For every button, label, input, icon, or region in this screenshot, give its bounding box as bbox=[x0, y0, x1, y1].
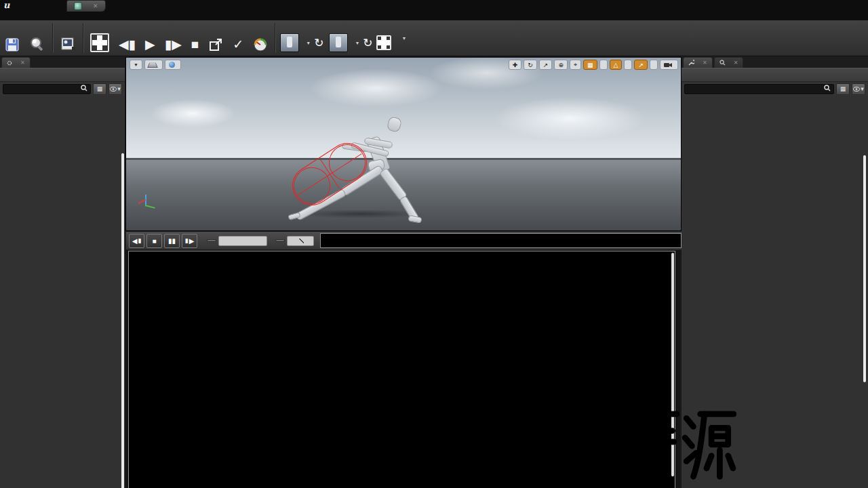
stop-button[interactable]: ■ bbox=[186, 20, 203, 56]
unreal-logo-icon: u bbox=[3, 0, 9, 10]
viewport-sky bbox=[126, 58, 681, 159]
show-cost-button[interactable] bbox=[248, 20, 273, 56]
tab-editor-settings[interactable]: ✕ bbox=[714, 57, 744, 68]
search-icon bbox=[824, 85, 831, 93]
stop-icon: ■ bbox=[191, 33, 199, 52]
task-properties-panel: ✕ ✕ ▦ ▾ bbox=[682, 57, 868, 488]
panel-title bbox=[0, 68, 125, 82]
translate-tool-button[interactable]: ✚ bbox=[509, 60, 522, 70]
close-icon[interactable]: ✕ bbox=[734, 60, 738, 66]
eye-icon bbox=[110, 87, 117, 92]
browse-button[interactable] bbox=[24, 20, 50, 56]
perspective-icon bbox=[147, 63, 158, 68]
add-task-button[interactable] bbox=[85, 20, 114, 56]
step-forward-button[interactable]: ▮▶ bbox=[182, 234, 197, 248]
browse-icon bbox=[29, 33, 45, 52]
view-options-button[interactable]: ▾ bbox=[852, 83, 865, 95]
transport-bar: ◀▮ ■ ▮▮ ▮▶ bbox=[125, 231, 686, 250]
scale-snap-button[interactable]: ↗ bbox=[634, 60, 648, 70]
rotate-tool-button[interactable]: ↻ bbox=[524, 60, 537, 70]
close-icon[interactable]: ✕ bbox=[703, 60, 707, 66]
angle-snap-button[interactable]: △ bbox=[610, 60, 623, 70]
center-area: ▼ ✚ ↻ ↗ ⊕ ⌖ ▦ △ ↗ ◀▮ ■ ▮▮ ▮▶ bbox=[125, 57, 680, 488]
ability-properties-panel: ✕ ▦ ▾ bbox=[0, 57, 125, 488]
save-button[interactable] bbox=[0, 20, 24, 56]
right-panel-scrollbar[interactable] bbox=[863, 155, 866, 382]
preview-asset-group: ▼ ↻ bbox=[277, 20, 326, 56]
eye-icon bbox=[853, 87, 861, 92]
show-cost-icon bbox=[253, 33, 268, 52]
validate-icon: ✓ bbox=[233, 33, 243, 52]
add-target-icon[interactable] bbox=[376, 35, 391, 50]
capture-thumbnail-icon bbox=[60, 33, 76, 52]
add-task-icon bbox=[90, 33, 109, 52]
ability-asset-icon bbox=[74, 2, 82, 10]
timeline-ruler[interactable] bbox=[320, 233, 682, 248]
chevron-down-icon: ▼ bbox=[355, 41, 359, 45]
time-value[interactable] bbox=[218, 236, 267, 246]
parent-class bbox=[860, 2, 863, 9]
resize-button[interactable] bbox=[203, 20, 228, 56]
left-panel-scrollbar[interactable] bbox=[121, 153, 124, 488]
viewport[interactable]: ▼ ✚ ↻ ↗ ⊕ ⌖ ▦ △ ↗ bbox=[125, 57, 682, 231]
preview-asset-thumbnail[interactable] bbox=[280, 33, 299, 52]
axis-gizmo-icon bbox=[138, 192, 159, 212]
frame-label bbox=[275, 239, 285, 242]
wrench-icon bbox=[688, 60, 694, 66]
title-bar: u ✕ bbox=[0, 0, 868, 12]
play-button[interactable]: ▶ bbox=[140, 20, 160, 56]
search-input[interactable] bbox=[684, 84, 834, 94]
camera-icon bbox=[664, 62, 672, 68]
tab-task-properties[interactable]: ✕ bbox=[683, 57, 713, 68]
time-label bbox=[207, 239, 216, 242]
search-input[interactable] bbox=[3, 84, 91, 94]
perspective-button[interactable] bbox=[144, 60, 163, 70]
world-local-button[interactable]: ⊕ bbox=[554, 60, 568, 70]
details-grid-button[interactable]: ▦ bbox=[93, 83, 106, 95]
stop-playback-button[interactable]: ■ bbox=[146, 234, 162, 248]
grid-snap-value[interactable] bbox=[599, 60, 608, 70]
play-icon: ▶ bbox=[145, 33, 155, 52]
view-options-button[interactable]: ▾ bbox=[108, 83, 122, 95]
tab-ability-properties[interactable]: ✕ bbox=[1, 57, 31, 68]
close-icon[interactable]: ✕ bbox=[20, 60, 25, 66]
backward-step-icon: ◀▮ bbox=[119, 33, 136, 52]
refresh-icon[interactable]: ↻ bbox=[363, 36, 372, 50]
validate-button[interactable]: ✓ bbox=[228, 20, 248, 56]
frame-value[interactable] bbox=[287, 236, 314, 246]
refresh-icon[interactable]: ↻ bbox=[314, 36, 323, 50]
override-target-dropdown[interactable]: ▼ bbox=[394, 20, 412, 56]
grid-snap-button[interactable]: ▦ bbox=[583, 60, 597, 70]
magnifier-icon bbox=[719, 60, 726, 66]
backward-step-button[interactable]: ◀▮ bbox=[114, 20, 140, 56]
close-tab-icon[interactable]: ✕ bbox=[93, 3, 98, 9]
camera-speed-button[interactable] bbox=[660, 60, 678, 70]
lit-sphere-icon bbox=[169, 62, 175, 68]
chevron-down-icon: ▼ bbox=[306, 41, 311, 45]
pause-button[interactable]: ▮▮ bbox=[164, 234, 180, 248]
menu-bar bbox=[0, 12, 868, 20]
angle-snap-value[interactable] bbox=[624, 60, 632, 70]
step-backward-button[interactable]: ◀▮ bbox=[129, 234, 144, 248]
surface-snap-button[interactable]: ⌖ bbox=[570, 60, 581, 70]
details-grid-button[interactable]: ▦ bbox=[836, 83, 850, 95]
toolbar: ◀▮ ▶ ▮▶ ■ ✓ ▼ ↻ bbox=[0, 20, 868, 56]
timeline-scrollbar[interactable] bbox=[671, 253, 674, 476]
forward-step-button[interactable]: ▮▶ bbox=[160, 20, 186, 56]
viewport-options-dropdown[interactable]: ▼ bbox=[130, 60, 142, 70]
capture-thumbnail-button[interactable] bbox=[55, 20, 81, 56]
target-asset-thumbnail[interactable] bbox=[329, 33, 348, 52]
target-asset-group: ▼ ↻ bbox=[326, 20, 393, 56]
lit-button[interactable] bbox=[165, 60, 181, 70]
forward-step-icon: ▮▶ bbox=[165, 33, 182, 52]
resize-icon bbox=[208, 33, 223, 52]
panel-title bbox=[682, 68, 868, 82]
scale-snap-value[interactable] bbox=[650, 60, 658, 70]
task-timeline bbox=[128, 251, 675, 488]
scale-tool-button[interactable]: ↗ bbox=[539, 60, 553, 70]
document-tab[interactable]: ✕ bbox=[66, 0, 106, 12]
save-icon bbox=[5, 33, 20, 52]
gear-icon bbox=[7, 60, 12, 66]
search-icon bbox=[81, 85, 87, 93]
